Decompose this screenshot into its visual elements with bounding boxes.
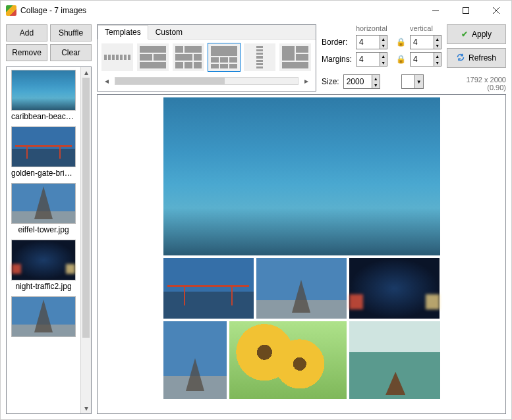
template-hscrollbar[interactable]: ◂ ▸	[98, 75, 316, 87]
template-item[interactable]	[244, 43, 275, 71]
scroll-down-icon[interactable]: ▾	[81, 403, 91, 413]
spinner-down-icon[interactable]: ▼	[434, 59, 441, 66]
spinner-up-icon[interactable]: ▲	[434, 53, 441, 59]
template-tabs: Templates Custom	[98, 25, 316, 39]
thumb-caption: eiffel-tower.jpg	[11, 225, 76, 234]
refresh-button[interactable]: Refresh	[447, 48, 506, 68]
thumbnail-list: caribbean-beach.... golden-gate-bridg...…	[6, 66, 92, 414]
refresh-label: Refresh	[469, 53, 496, 63]
titlebar: Collage - 7 images	[1, 1, 511, 20]
list-item[interactable]: golden-gate-bridg...	[7, 124, 80, 180]
horizontal-header: horizontal	[356, 24, 387, 32]
spinner-up-icon[interactable]: ▲	[380, 53, 387, 59]
preview-cell[interactable]	[163, 97, 440, 255]
template-item[interactable]	[279, 43, 311, 71]
template-item[interactable]	[101, 43, 133, 71]
list-item[interactable]: caribbean-beach....	[7, 67, 80, 124]
action-panel: ✔ Apply Refresh 1792 x 2000 (0.90)	[447, 24, 506, 92]
preview-cell[interactable]	[256, 258, 347, 319]
thumb-image	[11, 183, 76, 224]
margins-h-spinner[interactable]: ▲▼	[356, 52, 387, 66]
thumb-caption: caribbean-beach....	[11, 112, 76, 121]
add-button[interactable]: Add	[6, 24, 47, 41]
size-label: Size:	[322, 77, 339, 86]
shuffle-button[interactable]: Shuffle	[50, 24, 92, 41]
spinner-down-icon[interactable]: ▼	[380, 42, 387, 49]
thumb-image	[11, 296, 76, 337]
minimize-button[interactable]	[420, 1, 451, 20]
status-text: 1792 x 2000 (0.90)	[447, 76, 506, 92]
dropdown-icon[interactable]: ▼	[415, 75, 423, 88]
params-panel: horizontal vertical Border: ▲▼ 🔒 ▲▼ Marg…	[322, 24, 441, 92]
clear-button[interactable]: Clear	[50, 44, 92, 61]
apply-button[interactable]: ✔ Apply	[447, 24, 506, 44]
template-list	[98, 39, 316, 75]
left-panel: Add Shuffle Remove Clear caribbean-beach…	[6, 24, 92, 414]
margins-v-input[interactable]	[411, 53, 434, 66]
svg-rect-1	[463, 8, 469, 14]
list-item[interactable]	[7, 294, 80, 341]
scroll-track[interactable]	[81, 78, 91, 403]
remove-button[interactable]: Remove	[6, 44, 47, 61]
scroll-thumb[interactable]	[115, 78, 225, 84]
template-item-selected[interactable]	[208, 43, 240, 71]
maximize-button[interactable]	[451, 1, 481, 20]
thumb-caption: night-traffic2.jpg	[11, 282, 76, 291]
left-buttons: Add Shuffle Remove Clear	[6, 24, 92, 61]
border-v-input[interactable]	[411, 36, 434, 49]
scroll-left-icon[interactable]: ◂	[101, 76, 112, 86]
list-item[interactable]: eiffel-tower.jpg	[7, 180, 80, 237]
preview-cell[interactable]	[229, 321, 347, 399]
window-controls	[420, 1, 511, 20]
margins-h-input[interactable]	[356, 53, 380, 66]
template-item[interactable]	[173, 43, 204, 71]
border-label: Border:	[322, 38, 352, 47]
spinner-up-icon[interactable]: ▲	[434, 36, 441, 42]
preview-cell[interactable]	[163, 321, 227, 399]
border-v-spinner[interactable]: ▲▼	[410, 35, 441, 49]
template-area: Templates Custom ◂ ▸	[97, 24, 316, 92]
thumb-image	[11, 240, 76, 280]
close-button[interactable]	[481, 1, 511, 20]
app-icon	[6, 5, 16, 16]
apply-label: Apply	[472, 30, 492, 39]
border-h-input[interactable]	[356, 36, 380, 49]
list-item[interactable]: night-traffic2.jpg	[7, 237, 80, 294]
vertical-header: vertical	[410, 24, 441, 32]
margins-v-spinner[interactable]: ▲▼	[410, 52, 441, 66]
collage-preview	[163, 97, 440, 399]
border-h-spinner[interactable]: ▲▼	[356, 35, 387, 49]
thumb-image	[11, 70, 76, 111]
tab-custom[interactable]: Custom	[148, 25, 190, 39]
tab-templates[interactable]: Templates	[98, 25, 148, 39]
thumb-caption: golden-gate-bridg...	[11, 169, 76, 178]
scroll-right-icon[interactable]: ▸	[301, 76, 312, 86]
color-swatch	[402, 75, 415, 88]
top-controls: Templates Custom ◂ ▸	[97, 24, 506, 92]
spinner-down-icon[interactable]: ▼	[380, 59, 387, 66]
size-input[interactable]	[344, 75, 372, 88]
scroll-up-icon[interactable]: ▴	[81, 67, 91, 78]
spinner-up-icon[interactable]: ▲	[372, 75, 380, 82]
thumb-image	[11, 126, 76, 167]
scroll-track[interactable]	[115, 77, 299, 85]
lock-icon[interactable]: 🔒	[395, 37, 406, 47]
spinner-down-icon[interactable]: ▼	[372, 82, 380, 88]
template-item[interactable]	[137, 43, 169, 71]
scroll-thumb[interactable]	[82, 78, 90, 338]
lock-icon[interactable]: 🔒	[395, 54, 406, 65]
size-spinner[interactable]: ▲▼	[343, 74, 380, 89]
preview-cell[interactable]	[163, 258, 254, 319]
thumbnail-scroll-area[interactable]: caribbean-beach.... golden-gate-bridg...…	[7, 67, 80, 413]
spinner-down-icon[interactable]: ▼	[434, 42, 441, 49]
margins-label: Margins:	[322, 55, 352, 64]
window-title: Collage - 7 images	[20, 6, 86, 15]
color-picker[interactable]: ▼	[401, 74, 424, 89]
preview-cell[interactable]	[349, 258, 440, 319]
right-panel: Templates Custom ◂ ▸	[97, 24, 506, 414]
preview-cell[interactable]	[349, 321, 440, 399]
spinner-up-icon[interactable]: ▲	[380, 36, 387, 42]
preview-area[interactable]	[97, 94, 506, 414]
thumb-vscrollbar[interactable]: ▴ ▾	[80, 67, 91, 413]
refresh-icon	[457, 53, 465, 63]
